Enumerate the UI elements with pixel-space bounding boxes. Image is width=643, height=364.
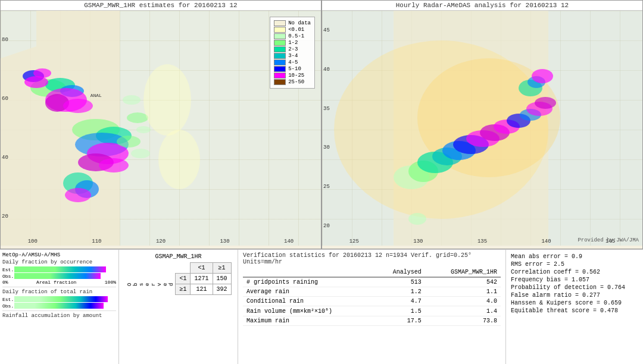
legend-label-5-10: 5-10 [288, 66, 301, 72]
legend-panel: No data <0.01 0.5-1 1-2 [270, 17, 315, 89]
legend-label-25-50: 25-50 [288, 79, 304, 85]
right-map-y-axis: 45 40 35 30 25 20 [323, 11, 330, 246]
matrix-corner [125, 263, 176, 274]
matrix-v12: 150 [213, 274, 231, 284]
provider-label: Provided by:JWA/JMA [578, 237, 639, 243]
left-map-panel: GSMAP_MWR_1HR estimates for 20160213 12 [0, 0, 322, 249]
stats-col-label [243, 268, 374, 277]
stats-analysed-4: 17.5 [374, 316, 425, 326]
stats-row-1: Average rain 1.2 1.1 [243, 287, 501, 297]
x-label-120: 120 [156, 239, 166, 244]
stats-body: # gridpoints raining 513 542 Average rai… [243, 277, 501, 326]
stats-analysed-1: 1.2 [374, 287, 425, 297]
left-map-bg: 80 60 40 20 100 110 120 130 140 ANAL [1, 11, 321, 246]
legend-10-25: 10-25 [274, 73, 311, 79]
legend-label-nodata: No data [288, 20, 311, 26]
observed-label: Observed [125, 274, 176, 295]
ry-label-20: 20 [323, 223, 330, 229]
legend-25-50: 25-50 [274, 79, 311, 85]
matrix-title: GSMAP_MWR_1HR [123, 253, 234, 260]
left-map-x-axis: 100 110 120 130 140 [1, 239, 321, 244]
obs-label-2: Obs. [2, 303, 14, 309]
matrix-corner2 [176, 263, 191, 274]
stats-label-1: Average rain [243, 287, 374, 297]
legend-label-2-3: 2-3 [288, 46, 298, 52]
left-map-canvas: 80 60 40 20 100 110 120 130 140 ANAL [1, 11, 321, 246]
matrix-header-row: <1 ≥1 [125, 263, 231, 274]
matrix-row-lt1: Observed <1 1271 150 [125, 274, 231, 284]
legend-4-5: 4-5 [274, 59, 311, 65]
stats-header: Analysed GSMAP_MWR_1HR [243, 268, 501, 277]
right-map-svg [322, 11, 642, 246]
svg-point-21 [123, 95, 141, 105]
matrix-row-ge1-label: ≥1 [176, 284, 191, 295]
hist1-obs-row: Obs. [2, 273, 116, 279]
rx-label-135: 135 [477, 239, 487, 244]
stats-gsmap-4: 73.8 [425, 316, 501, 326]
hist2-est-row: Est. [2, 296, 116, 302]
rx-label-130: 130 [413, 239, 423, 244]
legend-color-2-3 [274, 46, 286, 52]
legend-color-25-50 [274, 79, 286, 85]
legend-color-5-10 [274, 66, 286, 72]
svg-point-24 [117, 136, 141, 148]
left-map-y-axis: 80 60 40 20 [2, 11, 8, 246]
svg-point-44 [535, 97, 556, 109]
right-map-title: Hourly Radar-AMeDAS analysis for 2016021… [322, 1, 642, 11]
svg-point-27 [158, 130, 200, 189]
legend-label-05-1: 0.5-1 [288, 33, 304, 39]
legend-label-1-2: 1-2 [288, 40, 298, 46]
obs-label-1: Obs. [2, 274, 14, 279]
legend-1-2: 1-2 [274, 40, 311, 46]
legend-05-1: 0.5-1 [274, 33, 311, 39]
y-label-60: 60 [2, 96, 8, 102]
est-label-1: Est. [2, 267, 14, 272]
ry-label-35: 35 [323, 106, 330, 112]
stats-row-4: Maximum rain 17.5 73.8 [243, 316, 501, 326]
left-map-title: GSMAP_MWR_1HR estimates for 20160213 12 [1, 1, 321, 11]
stats-col-analysed: Analysed [374, 268, 425, 277]
legend-color-lt001 [274, 27, 286, 33]
est-label-2: Est. [2, 297, 14, 302]
main-container: GSMAP_MWR_1HR estimates for 20160213 12 [0, 0, 643, 364]
hist2-est-bar [14, 296, 116, 302]
ry-label-25: 25 [323, 184, 330, 190]
stats-gsmap-2: 4.0 [425, 297, 501, 306]
stat-line-7: Equitable threat score = 0.478 [511, 307, 638, 314]
hist3-title: Rainfall accumulation by amount [2, 313, 116, 319]
verification-title: Verification statistics for 20160213 12 … [243, 252, 501, 265]
confusion-matrix: <1 ≥1 Observed <1 1271 150 ≥1 121 392 [125, 262, 231, 295]
verification-table: Analysed GSMAP_MWR_1HR # gridpoints rain… [243, 268, 501, 326]
rx-label-140: 140 [541, 239, 551, 244]
sensor-label: MetOp-A/AMSU-A/MHS [2, 252, 116, 258]
sep1 [2, 287, 116, 287]
hist1-obs-bar [14, 273, 116, 279]
legend-lt001: <0.01 [274, 27, 311, 33]
histogram-panel: MetOp-A/AMSU-A/MHS Daily fraction by occ… [0, 250, 119, 364]
svg-point-48 [408, 213, 426, 225]
matrix-v11: 1271 [191, 274, 213, 284]
hist1-axis-100: 100% [105, 280, 116, 285]
legend-5-10: 5-10 [274, 66, 311, 72]
hist1-est-bar [14, 266, 116, 272]
matrix-col-ge1: ≥1 [213, 263, 231, 274]
stats-header-row: Analysed GSMAP_MWR_1HR [243, 268, 501, 277]
matrix-panel: GSMAP_MWR_1HR <1 ≥1 Observed <1 1271 150… [119, 250, 238, 364]
legend-3-4: 3-4 [274, 53, 311, 59]
svg-point-26 [143, 64, 191, 136]
matrix-v22: 392 [213, 284, 231, 295]
stats-row-3: Rain volume (mm×km²×10⁶) 1.5 1.4 [243, 306, 501, 316]
ry-label-40: 40 [323, 67, 330, 73]
legend-color-3-4 [274, 53, 286, 59]
stats-gsmap-3: 1.4 [425, 306, 501, 316]
legend-color-4-5 [274, 59, 286, 65]
x-label-110: 110 [92, 239, 101, 244]
right-stats-lines: Mean abs error = 0.9RMS error = 2.5Corre… [511, 253, 638, 314]
stats-gsmap-0: 542 [425, 277, 501, 287]
legend-color-10-25 [274, 73, 286, 79]
stat-line-5: False alarm ratio = 0.277 [511, 292, 638, 299]
ry-label-45: 45 [323, 27, 330, 33]
sep2 [2, 310, 116, 311]
svg-point-14 [99, 158, 129, 172]
svg-point-23 [136, 126, 151, 133]
